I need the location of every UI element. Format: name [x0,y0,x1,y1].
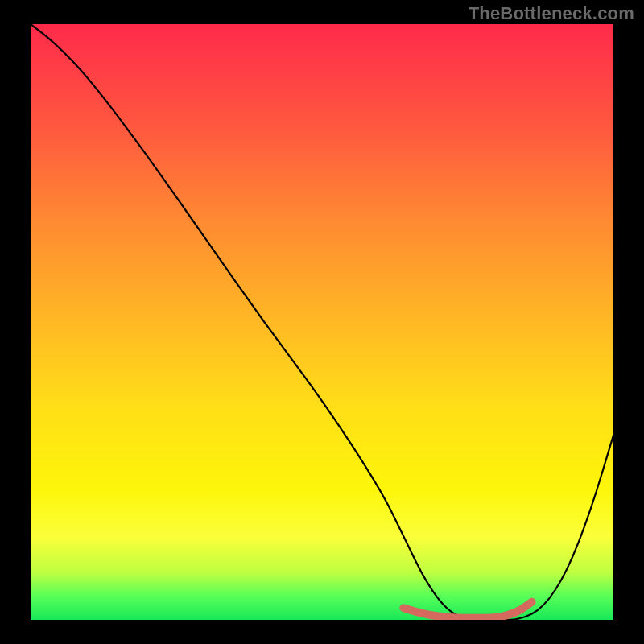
bottleneck-curve-path [31,24,613,620]
optimal-band-path [403,602,531,618]
chart-plot-area [31,24,613,620]
chart-svg [31,24,613,620]
watermark-text: TheBottleneck.com [469,3,634,24]
